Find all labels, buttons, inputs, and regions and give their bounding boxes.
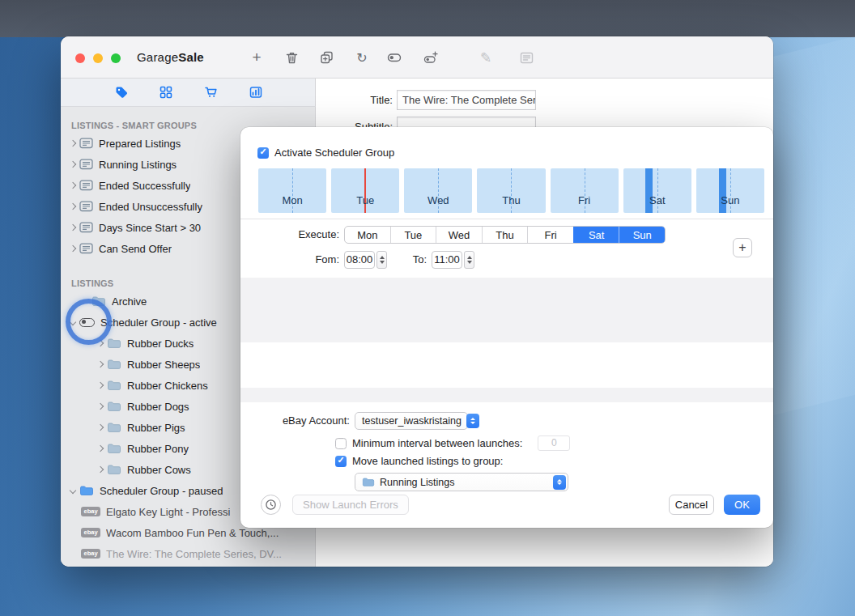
title-field-value: The Wire: The Complete Serie	[402, 94, 536, 106]
min-interval-checkbox[interactable]	[335, 438, 347, 449]
trash-icon	[284, 50, 300, 66]
disclosure-chevron-icon[interactable]	[97, 340, 104, 346]
minimize-button[interactable]	[93, 53, 103, 63]
disclosure-chevron-icon[interactable]	[70, 203, 76, 210]
sidebar-item-label: Ended Unsuccessfully	[99, 201, 202, 213]
launch-history-button[interactable]	[261, 495, 281, 515]
disclosure-chevron-icon[interactable]	[70, 161, 76, 168]
sidebar-item-label: Running Listings	[99, 159, 177, 171]
toggle-add-icon	[423, 49, 439, 66]
sidebar-tabstrip	[61, 79, 316, 107]
disclosure-chevron-icon[interactable]	[70, 487, 76, 494]
sidebar-item-label: Wacom Bamboo Fun Pen & Touch,...	[106, 527, 279, 539]
sidebar-item-label: Rubber Cows	[127, 464, 191, 476]
day-column-mon[interactable]: Mon	[258, 168, 326, 213]
sidebar-item-label: Rubber Chickens	[127, 380, 208, 392]
delete-button[interactable]	[282, 48, 301, 67]
from-time-field[interactable]: 08:00	[344, 251, 375, 269]
day-column-tue[interactable]: Tue	[331, 168, 399, 213]
tab-groups[interactable]	[156, 83, 176, 102]
to-time-field[interactable]: 11:00	[432, 251, 462, 269]
empty-schedule-band	[240, 388, 773, 402]
tab-statistics[interactable]	[246, 83, 266, 102]
from-time-stepper[interactable]	[376, 251, 387, 269]
disclosure-chevron-icon[interactable]	[70, 224, 76, 231]
tab-listings[interactable]	[112, 83, 131, 102]
tab-orders[interactable]	[202, 83, 221, 102]
sidebar-item-label: Can Send Offer	[99, 243, 172, 255]
wallpaper-top-strip	[0, 0, 855, 37]
day-column-sun[interactable]: Sun	[696, 168, 764, 213]
tag-icon	[114, 85, 129, 100]
scheduler-sheet: Activate Scheduler Group Mon Tue Wed Thu…	[240, 127, 773, 528]
sidebar-item-the-wire-listing[interactable]: ebay The Wire: The Complete Series, DV..…	[61, 543, 315, 564]
smart-group-icon	[79, 243, 93, 254]
day-column-wed[interactable]: Wed	[404, 168, 472, 213]
folder-icon	[107, 464, 121, 475]
zoom-button[interactable]	[111, 53, 121, 63]
folder-icon	[107, 380, 121, 391]
execute-day-sun[interactable]: Sun	[619, 227, 665, 243]
divider	[240, 219, 773, 219]
title-field[interactable]: The Wire: The Complete Serie	[397, 90, 536, 110]
stepper-down-icon	[467, 261, 472, 264]
move-launched-checkbox[interactable]	[335, 456, 347, 467]
duplicate-button[interactable]	[317, 48, 336, 67]
blue-folder-icon	[79, 485, 94, 496]
folder-icon	[107, 401, 121, 412]
day-column-sat[interactable]: Sat	[623, 168, 691, 213]
new-listing-button[interactable]: +	[247, 48, 266, 67]
disclosure-chevron-icon[interactable]	[97, 424, 104, 431]
close-button[interactable]	[75, 53, 85, 63]
day-label: Tue	[356, 194, 374, 206]
ebay-account-label: eBay Account:	[240, 412, 350, 430]
desktop: GarageSale + ↻ ✎	[0, 0, 855, 616]
to-label: To:	[399, 250, 427, 270]
editor-panel-button[interactable]	[517, 48, 536, 67]
app-title-part2: Sale	[178, 50, 204, 64]
disclosure-chevron-icon[interactable]	[97, 382, 104, 389]
add-scheduler-button[interactable]	[421, 48, 440, 67]
day-label: Fri	[578, 194, 590, 206]
disclosure-chevron-icon[interactable]	[70, 319, 76, 325]
activate-scheduler-row: Activate Scheduler Group	[257, 147, 394, 159]
time-range-row: Fom: 08:00 To: 11:00	[240, 250, 773, 270]
cart-icon	[204, 85, 219, 100]
ebay-account-popup[interactable]: testuser_iwaskristaing	[355, 412, 468, 430]
disclosure-chevron-icon[interactable]	[70, 182, 76, 189]
disclosure-chevron-icon[interactable]	[70, 140, 76, 147]
disclosure-chevron-icon[interactable]	[70, 245, 76, 252]
popup-chevrons-icon	[466, 414, 479, 428]
week-day-strip: Mon Tue Wed Thu Fri Sat Sun	[258, 168, 764, 213]
min-interval-field[interactable]: 0	[538, 435, 570, 451]
sidebar-item-label: Ended Successfully	[99, 180, 190, 192]
to-time-stepper[interactable]	[464, 251, 474, 269]
execute-day-fri[interactable]: Fri	[527, 227, 573, 243]
show-launch-errors-button[interactable]: Show Launch Errors	[292, 495, 409, 515]
disclosure-chevron-icon[interactable]	[97, 445, 104, 452]
execute-day-thu[interactable]: Thu	[482, 227, 528, 243]
app-title-part1: Garage	[137, 50, 178, 64]
activate-scheduler-checkbox[interactable]	[257, 147, 269, 159]
day-column-thu[interactable]: Thu	[477, 168, 545, 213]
ebay-account-row: eBay Account: testuser_iwaskristaing	[240, 412, 773, 430]
sidebar-item-label: Archive	[112, 295, 147, 308]
cancel-button[interactable]: Cancel	[669, 495, 714, 515]
relaunch-button[interactable]: ↻	[352, 48, 372, 67]
edit-button[interactable]: ✎	[476, 48, 496, 67]
sidebar-item-label: The Wire: The Complete Series, DV...	[106, 548, 282, 560]
disclosure-chevron-icon[interactable]	[97, 361, 104, 367]
execute-day-sat[interactable]: Sat	[573, 227, 619, 243]
ebay-account-value: testuser_iwaskristaing	[362, 415, 462, 427]
activate-scheduler-label: Activate Scheduler Group	[274, 147, 394, 159]
disclosure-chevron-icon[interactable]	[97, 403, 104, 410]
ok-button[interactable]: OK	[724, 495, 760, 515]
execute-day-mon[interactable]: Mon	[345, 227, 390, 243]
execute-days-segmented-control: Mon Tue Wed Thu Fri Sat Sun	[344, 226, 666, 244]
toggle-state-button[interactable]	[385, 48, 404, 67]
execute-day-tue[interactable]: Tue	[390, 227, 436, 243]
target-group-popup[interactable]: Running Listings	[355, 473, 568, 491]
disclosure-chevron-icon[interactable]	[97, 466, 104, 473]
execute-day-wed[interactable]: Wed	[436, 227, 482, 243]
day-column-fri[interactable]: Fri	[551, 168, 619, 213]
